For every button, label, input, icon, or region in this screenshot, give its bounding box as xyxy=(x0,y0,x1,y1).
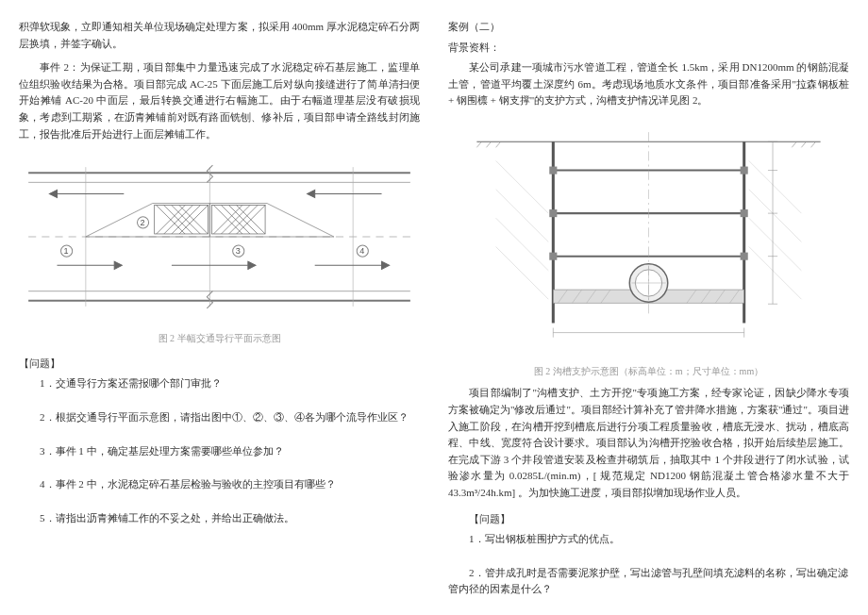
svg-text:3: 3 xyxy=(236,246,241,256)
right-questions-label: 【问题】 xyxy=(448,511,849,528)
svg-rect-63 xyxy=(741,209,748,217)
diagram-2-caption: 图 2 沟槽支护示意图（标高单位：m；尺寸单位：mm） xyxy=(448,364,849,379)
svg-rect-64 xyxy=(549,253,557,260)
diagram-2 xyxy=(448,123,849,352)
diagram-1-caption: 图 2 半幅交通导行平面示意图 xyxy=(19,331,420,346)
left-q3: 3．事件 1 中，确定基层处理方案需要哪些单位参加？ xyxy=(19,443,420,460)
left-q5: 5．请指出沥青摊铺工作的不妥之处，并给出正确做法。 xyxy=(19,510,420,527)
svg-rect-60 xyxy=(549,167,557,175)
diagram-1: 1 2 3 4 xyxy=(19,156,420,318)
left-q1: 1．交通导行方案还需报哪个部门审批？ xyxy=(19,375,420,392)
case-title: 案例（二） xyxy=(448,19,849,36)
svg-rect-62 xyxy=(549,209,557,217)
right-paragraph-1: 某公司承建一项城市污水管道工程，管道全长 1.5km，采用 DN1200mm 的… xyxy=(448,59,849,109)
right-column: 案例（二） 背景资料： 某公司承建一项城市污水管道工程，管道全长 1.5km，采… xyxy=(448,19,849,615)
background-title: 背景资料： xyxy=(448,40,849,57)
svg-rect-61 xyxy=(741,167,748,175)
left-q2: 2．根据交通导行平面示意图，请指出图中①、②、③、④各为哪个流导作业区？ xyxy=(19,409,420,426)
right-q2: 2．管井成孔时是否需要泥浆护壁，写出滤管与孔壁间填充滤料的名称，写出确定滤管内径… xyxy=(448,565,849,598)
left-paragraph-1: 积弹软现象，立即通知相关单位现场确定处理方案，拟采用 400mm 厚水泥稳定碎石… xyxy=(19,19,420,52)
right-q1: 1．写出钢板桩围护方式的优点。 xyxy=(448,531,849,548)
left-column: 积弹软现象，立即通知相关单位现场确定处理方案，拟采用 400mm 厚水泥稳定碎石… xyxy=(19,19,420,615)
svg-text:4: 4 xyxy=(359,246,364,256)
svg-text:2: 2 xyxy=(141,218,145,227)
left-q4: 4．事件 2 中，水泥稳定碎石基层检验与验收的主控项目有哪些？ xyxy=(19,476,420,493)
right-paragraph-2: 项目部编制了"沟槽支护、土方开挖"专项施工方案，经专家论证，因缺少降水专项方案被… xyxy=(448,385,849,501)
svg-rect-65 xyxy=(741,253,748,260)
left-paragraph-2: 事件 2：为保证工期，项目部集中力量迅速完成了水泥稳定碎石基层施工，监理单位组织… xyxy=(19,59,420,142)
svg-text:1: 1 xyxy=(64,246,69,256)
left-questions-label: 【问题】 xyxy=(19,356,420,373)
